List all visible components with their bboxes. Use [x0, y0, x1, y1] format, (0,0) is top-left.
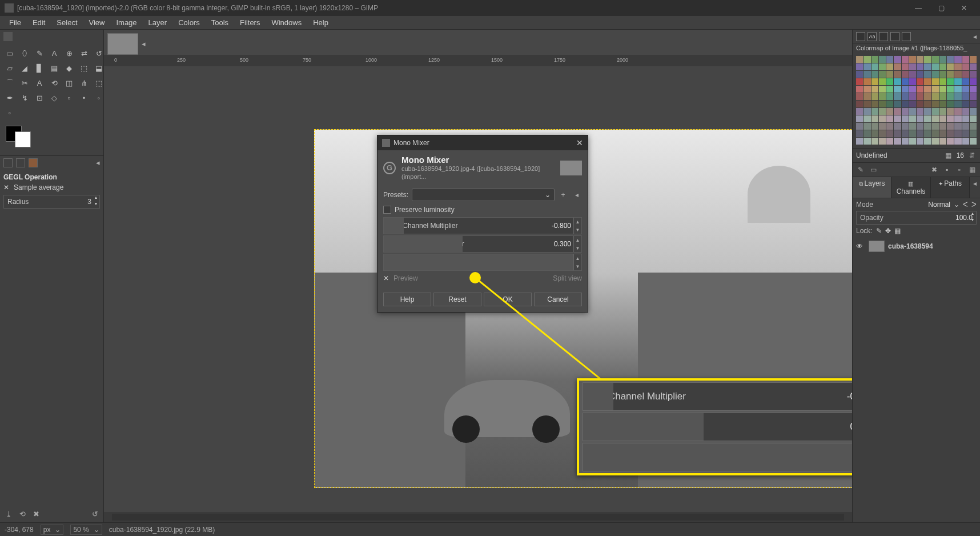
tool-11[interactable]: ◆	[63, 62, 75, 74]
spin-up-icon[interactable]: ▲	[573, 254, 581, 262]
colormap-cell[interactable]	[886, 63, 893, 70]
tool-28[interactable]: ◦	[3, 106, 16, 119]
dialog-close-button[interactable]: ✕	[576, 138, 583, 147]
colormap-cell[interactable]	[917, 56, 923, 63]
ok-button[interactable]: OK	[484, 293, 532, 306]
menu-view[interactable]: View	[83, 17, 111, 29]
menu-windows[interactable]: Windows	[266, 17, 307, 29]
colormap-cell[interactable]	[917, 63, 923, 70]
canvas-viewport[interactable]: Mono Mixer ✕ Mono Mixer cuba-1638594_192…	[104, 66, 852, 512]
more-panels-icon[interactable]	[902, 32, 911, 41]
layer-item[interactable]: 👁 cuba-1638594	[856, 239, 977, 253]
radius-value[interactable]: 3	[87, 198, 91, 206]
colormap-cell[interactable]	[939, 123, 946, 130]
colormap-cell[interactable]	[917, 115, 923, 122]
menu-tools[interactable]: Tools	[206, 17, 234, 29]
preset-menu-icon[interactable]: ◂	[572, 190, 582, 200]
lock-alpha-icon[interactable]: ▦	[894, 227, 901, 235]
colormap-cell[interactable]	[856, 93, 863, 100]
colormap-cell[interactable]	[886, 101, 893, 107]
tab-menu-icon[interactable]: ◂	[142, 39, 146, 48]
colormap-cell[interactable]	[894, 115, 901, 122]
colormap-cell[interactable]	[879, 123, 886, 130]
colormap-cell[interactable]	[856, 115, 863, 122]
tool-20[interactable]: ⬚	[93, 77, 105, 89]
colormap-cell[interactable]	[970, 101, 977, 107]
tool-23[interactable]: ⊡	[33, 91, 46, 104]
colormap-cell[interactable]	[902, 115, 909, 122]
colormap-cell[interactable]	[962, 115, 969, 122]
colormap-cell[interactable]	[939, 71, 946, 78]
colormap-cell[interactable]	[894, 56, 901, 63]
reset-options-icon[interactable]: ↺	[90, 509, 100, 519]
edit-color-icon[interactable]: ✎	[856, 165, 865, 174]
colormap-cell[interactable]	[962, 138, 969, 145]
colormap-cell[interactable]	[863, 123, 870, 130]
colormap-cell[interactable]	[894, 93, 901, 100]
colormap-cell[interactable]	[879, 108, 886, 115]
menu-layer[interactable]: Layer	[143, 17, 173, 29]
mode-next-icon[interactable]: ᐳ	[971, 201, 977, 209]
unit-dropdown[interactable]: px ⌄	[41, 525, 64, 535]
tool-25[interactable]: ▫	[63, 91, 75, 104]
colormap-cell[interactable]	[902, 138, 909, 145]
channel-slider[interactable]: Green Channel Multiplier 0.300 ▲▼	[583, 413, 852, 441]
tool-15[interactable]: ✂	[18, 77, 31, 89]
colormap-cell[interactable]	[863, 138, 870, 145]
restore-options-icon[interactable]: ⟲	[17, 509, 27, 519]
colormap-cell[interactable]	[909, 108, 916, 115]
colormap-cell[interactable]	[863, 86, 870, 93]
colormap-cell[interactable]	[917, 101, 923, 107]
colormap-cell[interactable]	[886, 138, 893, 145]
colormap-cell[interactable]	[902, 78, 909, 85]
colormap-cell[interactable]	[871, 78, 878, 85]
colormap-cell[interactable]	[939, 86, 946, 93]
delete-options-icon[interactable]: ✖	[31, 509, 41, 519]
colormap-cell[interactable]	[894, 108, 901, 115]
add-color-icon[interactable]: ▭	[869, 165, 878, 174]
colormap-cell[interactable]	[886, 71, 893, 78]
colormap-cell[interactable]	[962, 123, 969, 130]
colormap-cell[interactable]	[947, 56, 954, 63]
colormap-cell[interactable]	[909, 86, 916, 93]
colormap-cell[interactable]	[962, 130, 969, 137]
colormap-cell[interactable]	[879, 115, 886, 122]
radius-up-icon[interactable]: ▲	[93, 195, 99, 202]
colormap-cell[interactable]	[909, 93, 916, 100]
colormap-cell[interactable]	[924, 101, 931, 107]
colormap-cell[interactable]	[894, 71, 901, 78]
colormap-cell[interactable]	[879, 56, 886, 63]
colormap-cell[interactable]	[924, 123, 931, 130]
tool-12[interactable]: ⬚	[78, 62, 90, 74]
channel-slider[interactable]: Red Channel Multiplier -0.800 ▲▼	[583, 382, 852, 411]
spin-down-icon[interactable]: ▼	[573, 244, 581, 252]
mode-value[interactable]: Normal	[928, 201, 950, 209]
options-menu-icon[interactable]: ◂	[96, 158, 100, 167]
split-view-label[interactable]: Split view	[553, 274, 582, 282]
colormap-cell[interactable]	[894, 78, 901, 85]
colormap-cell[interactable]	[954, 56, 961, 63]
colormap-cell[interactable]	[932, 130, 939, 137]
colormap-cell[interactable]	[924, 138, 931, 145]
colormap-cell[interactable]	[863, 63, 870, 70]
colormap-cell[interactable]	[871, 56, 878, 63]
colormap-cell[interactable]	[924, 78, 931, 85]
colormap-cell[interactable]	[856, 56, 863, 63]
colormap-cell[interactable]	[932, 93, 939, 100]
colormap-cell[interactable]	[886, 115, 893, 122]
colormap-cell[interactable]	[924, 63, 931, 70]
tool-4[interactable]: ⊕	[63, 47, 75, 59]
colormap-cell[interactable]	[954, 86, 961, 93]
colormap-cell[interactable]	[863, 130, 870, 137]
colormap-cell[interactable]	[917, 138, 923, 145]
colormap-cell[interactable]	[871, 123, 878, 130]
colormap-cell[interactable]	[947, 108, 954, 115]
preserve-luminosity-checkbox[interactable]	[383, 206, 391, 214]
tool-14[interactable]: ⌒	[3, 77, 16, 89]
colormap-cell[interactable]	[924, 130, 931, 137]
colormap-cell[interactable]	[917, 93, 923, 100]
colormap-cell[interactable]	[871, 108, 878, 115]
colormap-cell[interactable]	[939, 115, 946, 122]
colormap-cell[interactable]	[886, 123, 893, 130]
radius-down-icon[interactable]: ▼	[93, 202, 99, 208]
